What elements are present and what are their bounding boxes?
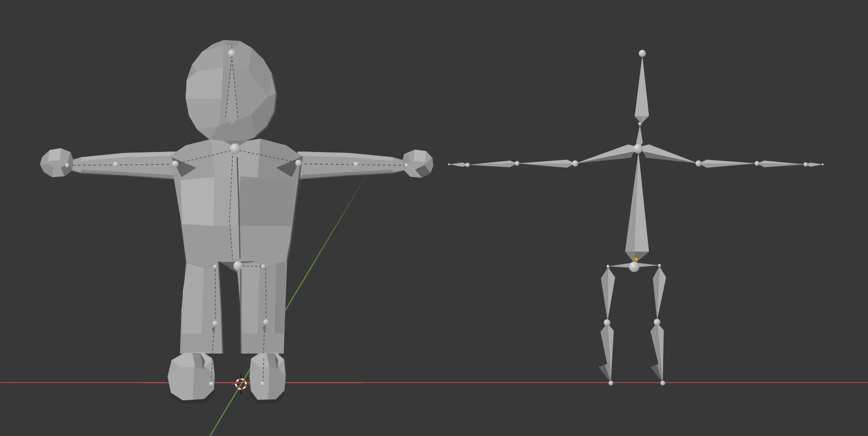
character-shape xyxy=(413,150,426,162)
character-shape xyxy=(180,177,215,226)
character-shape xyxy=(405,163,409,168)
character-shape xyxy=(212,321,218,326)
character-shape xyxy=(275,263,286,334)
character-shape xyxy=(263,319,269,325)
armature-shape xyxy=(804,162,808,167)
character-shape xyxy=(230,143,240,154)
character-shape xyxy=(213,265,218,269)
blender-3d-viewport[interactable] xyxy=(0,0,868,436)
viewport-canvas xyxy=(0,0,868,436)
armature-shape xyxy=(515,161,519,166)
character-shape xyxy=(228,50,236,57)
armature-shape xyxy=(633,144,643,153)
character-shape xyxy=(233,261,243,271)
character-shape xyxy=(261,264,266,269)
armature-shape xyxy=(448,163,450,165)
character-shape xyxy=(172,161,179,167)
armature-shape xyxy=(604,319,610,326)
armature-shape xyxy=(639,50,646,57)
armature-shape xyxy=(654,319,660,325)
armature-shape xyxy=(466,163,470,167)
character-shape xyxy=(237,176,297,226)
armature-shape xyxy=(607,265,609,268)
armature-shape xyxy=(629,262,639,272)
armature-shape xyxy=(658,264,661,267)
character-shape xyxy=(65,163,70,168)
character-shape xyxy=(260,382,265,386)
armature-shape xyxy=(696,161,702,167)
character-shape xyxy=(209,382,214,386)
character-shape xyxy=(48,148,61,161)
armature-shape xyxy=(755,161,759,166)
armature-shape xyxy=(609,381,613,385)
armature-shape xyxy=(660,381,665,385)
character-shape xyxy=(242,263,259,334)
armature-shape xyxy=(572,161,579,167)
character-shape xyxy=(240,265,241,354)
character-shape xyxy=(354,162,359,167)
character-shape xyxy=(295,160,302,166)
armature-shape xyxy=(822,163,824,165)
armature-shape xyxy=(634,257,638,261)
character-shape xyxy=(113,162,119,167)
armature-shape xyxy=(639,122,642,126)
